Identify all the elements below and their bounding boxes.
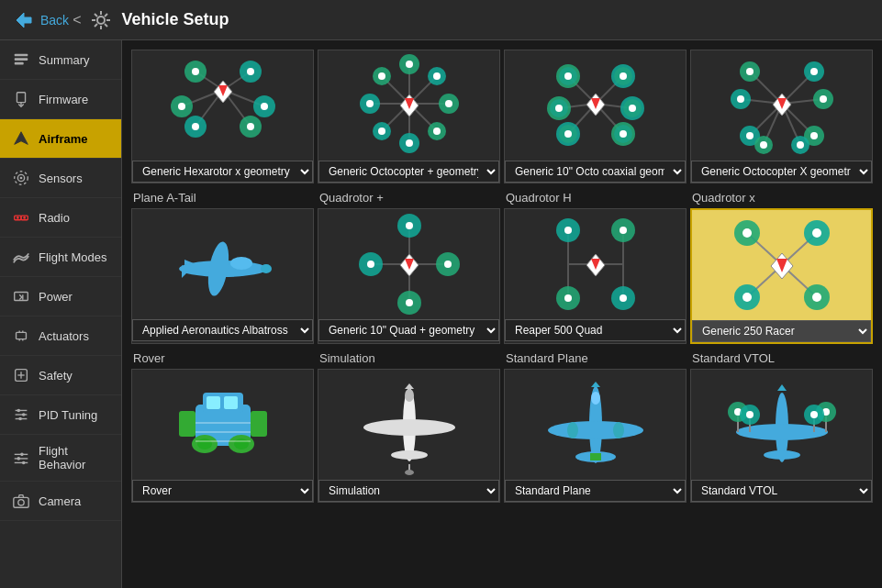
vehicle-dropdown-quadx[interactable]: Generic 250 Racer — [692, 320, 871, 342]
vehicle-image-octox — [691, 50, 872, 161]
vehicle-select-quadx[interactable]: Generic 250 Racer — [692, 320, 871, 342]
vehicle-dropdown-vtol[interactable]: Standard VTOL — [691, 480, 872, 502]
sidebar-item-radio[interactable]: Radio — [0, 198, 121, 238]
vehicle-dropdown-octoplus[interactable]: Generic Octocopter + geometry — [318, 161, 499, 183]
vehicle-select-hexarotor[interactable]: Generic Hexarotor x geometry — [132, 161, 313, 183]
svg-point-62 — [192, 123, 199, 130]
svg-point-37 — [22, 413, 26, 416]
sidebar-item-safety[interactable]: Safety — [0, 356, 121, 395]
svg-line-7 — [105, 24, 107, 27]
svg-point-199 — [197, 438, 212, 449]
svg-point-171 — [564, 227, 572, 234]
sidebar-item-actuators[interactable]: Actuators — [0, 316, 121, 356]
vehicle-image-octoplus — [318, 50, 499, 161]
vehicle-select-rover[interactable]: Rover — [132, 480, 313, 502]
svg-point-46 — [18, 500, 24, 505]
vehicle-select-octocoax[interactable]: Generic 10" Octo coaxial geometry — [505, 161, 686, 183]
sidebar-item-summary[interactable]: Summary — [0, 40, 121, 80]
svg-point-136 — [746, 132, 754, 139]
sidebar-item-power[interactable]: Power — [0, 277, 121, 316]
svg-marker-218 — [591, 382, 600, 387]
page-title: Vehicle Setup — [121, 10, 229, 29]
vehicle-select-quadplus[interactable]: Generic 10" Quad + geometry — [318, 319, 499, 341]
svg-point-44 — [22, 461, 26, 465]
vehicle-card-octocoax[interactable]: Generic 10" Octo coaxial geometry — [504, 50, 687, 183]
svg-point-101 — [564, 72, 572, 80]
vehicle-select-plane[interactable]: Applied Aeronautics Albatross — [132, 319, 313, 341]
vehicle-dropdown-quadplus[interactable]: Generic 10" Quad + geometry — [318, 319, 499, 341]
sidebar-item-flight-behavior[interactable]: Flight Behavior — [0, 435, 121, 482]
section-label-simulation: Simulation — [316, 346, 502, 367]
vehicle-card-vtol[interactable]: Standard VTOL — [690, 369, 873, 503]
svg-point-128 — [746, 68, 754, 75]
sidebar-item-sensors[interactable]: Sensors — [0, 159, 121, 198]
svg-rect-203 — [251, 411, 267, 437]
sidebar-item-airframe[interactable]: Airframe — [0, 119, 121, 159]
vehicle-dropdown-hexarotor[interactable]: Generic Hexarotor x geometry — [132, 161, 313, 183]
svg-point-173 — [564, 294, 572, 302]
sidebar-item-pid-tuning[interactable]: PID Tuning — [0, 395, 121, 435]
vehicle-image-rover — [132, 370, 313, 480]
svg-point-210 — [405, 389, 414, 402]
vehicle-dropdown-quadh[interactable]: Reaper 500 Quad — [505, 319, 686, 341]
vehicle-image-octocoax — [505, 50, 686, 161]
svg-point-88 — [378, 128, 385, 135]
main-layout: Summary Firmware Airframe Sensors — [0, 40, 882, 588]
svg-point-208 — [363, 419, 455, 436]
vehicle-card-hexarotor[interactable]: Generic Hexarotor x geometry — [131, 50, 314, 183]
section-label-quadrotor-x: Quadrotor x — [688, 185, 875, 206]
vehicle-select-octoplus[interactable]: Generic Octocopter + geometry — [318, 161, 499, 183]
svg-point-21 — [17, 216, 19, 219]
svg-point-18 — [20, 177, 23, 180]
sidebar-label-radio: Radio — [39, 211, 70, 225]
svg-point-217 — [591, 392, 600, 405]
svg-line-6 — [95, 14, 97, 17]
svg-point-56 — [247, 68, 254, 75]
vehicle-dropdown-std-plane[interactable]: Standard Plane — [505, 480, 686, 502]
vehicle-select-vtol[interactable]: Standard VTOL — [691, 480, 872, 502]
svg-point-76 — [406, 61, 413, 68]
svg-point-22 — [23, 216, 26, 219]
vehicle-dropdown-plane[interactable]: Applied Aeronautics Albatross — [132, 319, 313, 341]
vehicle-card-octox[interactable]: Generic Octocopter X geometry — [690, 50, 873, 183]
svg-point-191 — [812, 293, 821, 302]
vehicle-dropdown-octox[interactable]: Generic Octocopter X geometry — [691, 161, 872, 183]
back-button[interactable]: Back — [40, 13, 69, 28]
svg-marker-0 — [17, 13, 31, 28]
vehicle-card-simulation[interactable]: Simulation — [318, 369, 500, 503]
vehicle-card-plane[interactable]: Applied Aeronautics Albatross — [131, 208, 314, 344]
svg-point-107 — [555, 105, 563, 112]
sidebar-item-firmware[interactable]: Firmware — [0, 80, 121, 119]
sidebar: Summary Firmware Airframe Sensors — [0, 40, 122, 588]
svg-point-132 — [737, 95, 744, 103]
svg-point-43 — [17, 457, 20, 460]
vehicle-dropdown-simulation[interactable]: Simulation — [318, 480, 499, 502]
vehicle-card-octoplus[interactable]: Generic Octocopter + geometry — [318, 50, 500, 183]
svg-point-54 — [192, 68, 199, 75]
vehicle-dropdown-rover[interactable]: Rover — [132, 480, 313, 502]
svg-point-64 — [247, 123, 254, 130]
vehicle-card-std-plane[interactable]: Standard Plane — [504, 369, 687, 503]
vehicle-select-simulation[interactable]: Simulation — [318, 480, 499, 502]
vehicle-select-std-plane[interactable]: Standard Plane — [505, 480, 686, 502]
sidebar-item-flight-modes[interactable]: Flight Modes — [0, 238, 121, 277]
vehicle-select-quadh[interactable]: Reaper 500 Quad — [505, 319, 686, 341]
svg-point-60 — [261, 103, 268, 110]
svg-point-160 — [367, 261, 374, 268]
vehicle-card-quadplus[interactable]: Generic 10" Quad + geometry — [318, 208, 500, 344]
sidebar-item-camera[interactable]: Camera — [0, 482, 121, 521]
vehicle-card-rover[interactable]: Rover — [131, 369, 314, 503]
svg-point-104 — [620, 72, 627, 80]
vehicle-select-octox[interactable]: Generic Octocopter X geometry — [691, 161, 872, 183]
section-label-standard-vtol: Standard VTOL — [688, 346, 875, 367]
svg-point-156 — [406, 222, 413, 229]
vehicle-card-quadh[interactable]: Reaper 500 Quad — [504, 208, 687, 344]
svg-rect-221 — [590, 453, 601, 460]
vehicle-image-vtol — [691, 370, 872, 480]
vehicle-image-std-plane — [505, 370, 686, 480]
actuators-icon — [11, 326, 31, 346]
radio-icon — [11, 207, 31, 227]
svg-rect-197 — [224, 396, 238, 409]
vehicle-card-quadx[interactable]: Generic 250 Racer — [690, 208, 873, 344]
vehicle-dropdown-octocoax[interactable]: Generic 10" Octo coaxial geometry — [505, 161, 686, 183]
